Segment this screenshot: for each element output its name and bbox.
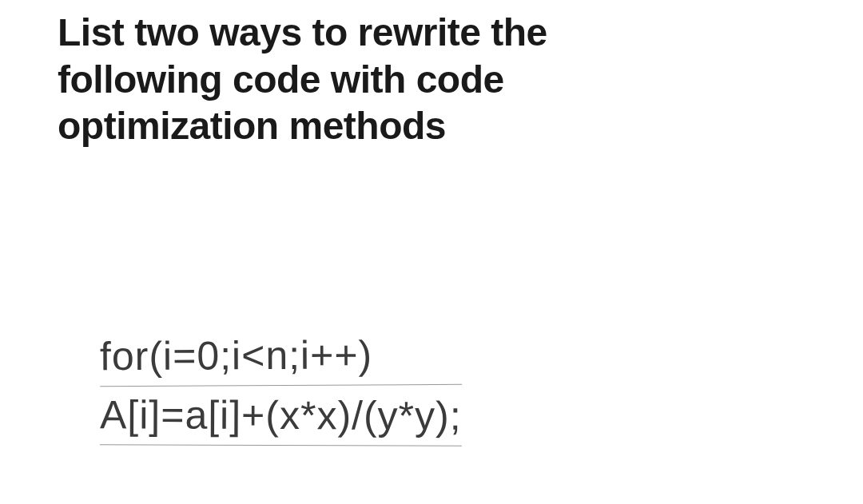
question-line-1: List two ways to rewrite the xyxy=(58,11,547,54)
handwritten-code: for(i=0;i<n;i++) A[i]=a[i]+(x*x)/(y*y); xyxy=(100,327,462,446)
question-line-3: optimization methods xyxy=(58,105,446,147)
code-line-1: for(i=0;i<n;i++) xyxy=(100,327,462,387)
code-line-2: A[i]=a[i]+(x*x)/(y*y); xyxy=(100,387,462,446)
question-heading: List two ways to rewrite the following c… xyxy=(58,10,547,150)
question-line-2: following code with code xyxy=(58,58,504,101)
